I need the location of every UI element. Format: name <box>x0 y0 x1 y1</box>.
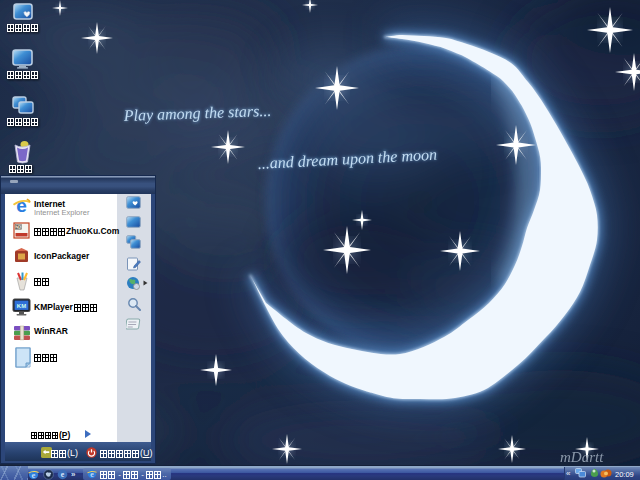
svg-text:e: e <box>16 196 27 215</box>
svg-text:mDartt: mDartt <box>560 449 604 465</box>
svg-text:e: e <box>61 470 65 479</box>
svg-text:ZK: ZK <box>16 225 22 230</box>
svg-text:KM: KM <box>17 303 26 309</box>
